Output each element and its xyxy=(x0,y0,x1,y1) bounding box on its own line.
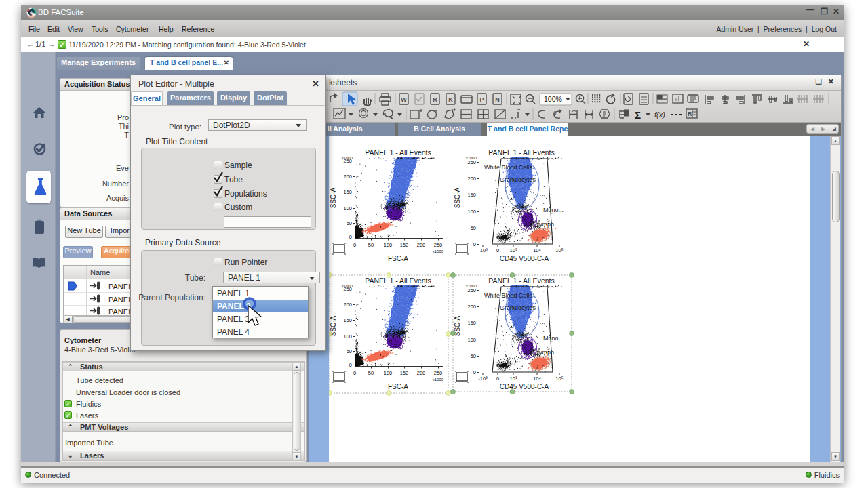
svg-text:R: R xyxy=(688,110,692,117)
svg-text:K: K xyxy=(448,96,453,103)
svg-text:100: 100 xyxy=(384,242,393,248)
svg-text:Σ: Σ xyxy=(635,109,641,121)
svg-text:f(x): f(x) xyxy=(654,110,665,119)
svg-text:0: 0 xyxy=(353,242,356,248)
svg-text:White Blood Cells: White Blood Cells xyxy=(484,164,533,171)
svg-text:200: 200 xyxy=(343,174,352,180)
svg-text:Granulocytes: Granulocytes xyxy=(500,176,536,183)
svg-text:50: 50 xyxy=(368,242,374,248)
svg-text:250: 250 xyxy=(467,159,476,165)
svg-text:0: 0 xyxy=(349,234,352,240)
svg-text:10⁴: 10⁴ xyxy=(533,247,541,253)
svg-text:250: 250 xyxy=(343,158,352,164)
svg-text:PANEL 1 - All Events: PANEL 1 - All Events xyxy=(488,148,554,157)
svg-text:6: 6 xyxy=(553,110,557,116)
svg-text:10³: 10³ xyxy=(510,247,517,253)
svg-text:50: 50 xyxy=(471,225,476,231)
svg-text:N: N xyxy=(495,96,500,103)
svg-text:150: 150 xyxy=(343,189,352,195)
svg-text:R: R xyxy=(433,96,437,103)
svg-text:10⁵: 10⁵ xyxy=(555,247,563,253)
svg-text:0: 0 xyxy=(496,247,499,253)
svg-text:SSC-A: SSC-A xyxy=(454,187,461,208)
svg-text:100: 100 xyxy=(343,205,352,211)
svg-text:0: 0 xyxy=(473,241,476,247)
svg-text:100%: 100% xyxy=(544,95,562,103)
svg-text:150: 150 xyxy=(400,242,409,248)
svg-text:CD45 V500-C-A: CD45 V500-C-A xyxy=(500,255,549,262)
svg-text:x1000: x1000 xyxy=(433,249,444,253)
svg-text:i: i xyxy=(675,96,677,102)
svg-text:ymph...: ymph... xyxy=(539,221,559,228)
svg-text:Mono...: Mono... xyxy=(543,207,564,214)
svg-text:PANEL 1 - All Events: PANEL 1 - All Events xyxy=(365,148,431,157)
svg-text:200: 200 xyxy=(417,242,426,248)
svg-text:P: P xyxy=(479,96,484,103)
svg-text:SSC-A: SSC-A xyxy=(330,187,337,208)
svg-text:-10³: -10³ xyxy=(478,247,488,253)
svg-text:150: 150 xyxy=(467,192,476,198)
svg-text:200: 200 xyxy=(467,176,476,182)
svg-text:W: W xyxy=(401,96,407,103)
svg-text:100: 100 xyxy=(467,209,476,215)
svg-text:250: 250 xyxy=(434,242,443,248)
svg-text:50: 50 xyxy=(347,220,352,226)
svg-text:FSC-A: FSC-A xyxy=(388,255,408,262)
